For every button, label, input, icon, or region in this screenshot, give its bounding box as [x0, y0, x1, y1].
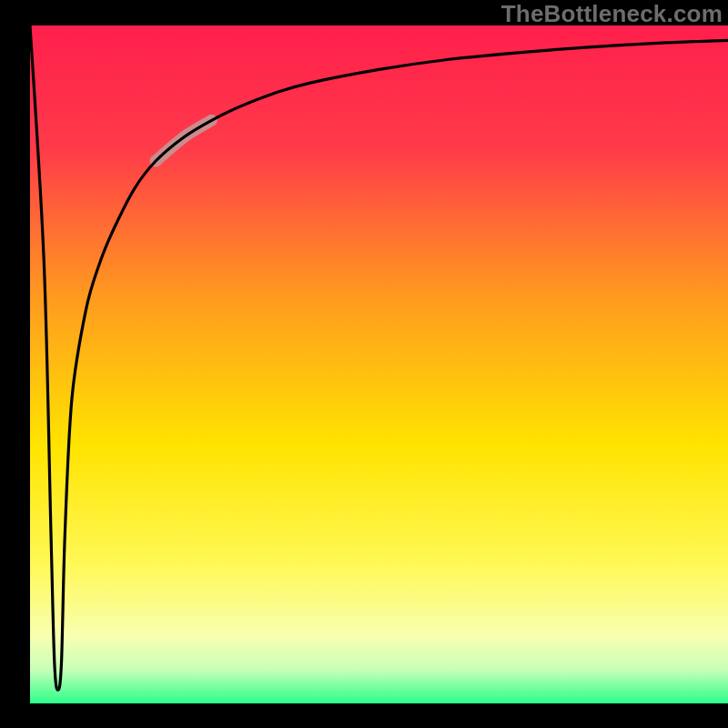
axis-bottom [0, 703, 728, 728]
watermark: TheBottleneck.com [501, 0, 723, 28]
chart-svg [0, 0, 728, 728]
axis-left [0, 0, 30, 728]
plot-background [30, 25, 728, 703]
chart-frame: { "watermark": "TheBottleneck.com", "cha… [0, 0, 728, 728]
